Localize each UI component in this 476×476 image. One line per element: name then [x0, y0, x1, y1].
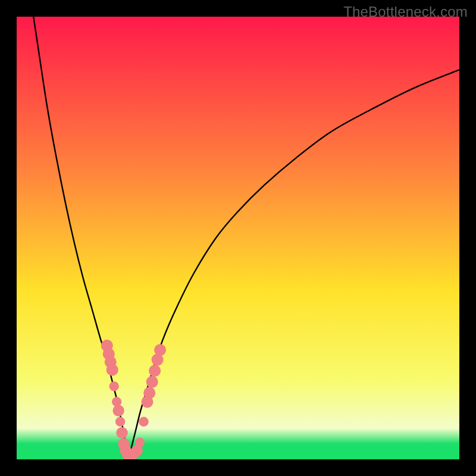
data-marker — [109, 381, 118, 391]
plot-area — [17, 17, 459, 459]
data-marker — [112, 405, 124, 416]
data-marker — [143, 387, 155, 399]
data-marker — [146, 376, 158, 388]
data-marker — [149, 365, 161, 377]
data-marker — [115, 417, 125, 427]
curve-left-branch — [33, 17, 128, 459]
bottleneck-curve — [17, 17, 459, 459]
data-marker — [107, 364, 118, 376]
chart-frame: TheBottleneck.com — [0, 0, 476, 476]
curve-right-branch — [128, 70, 459, 459]
data-marker — [154, 344, 166, 356]
data-marker — [135, 438, 145, 447]
watermark-label: TheBottleneck.com — [343, 4, 468, 20]
data-marker — [116, 427, 127, 439]
data-marker — [139, 417, 148, 427]
